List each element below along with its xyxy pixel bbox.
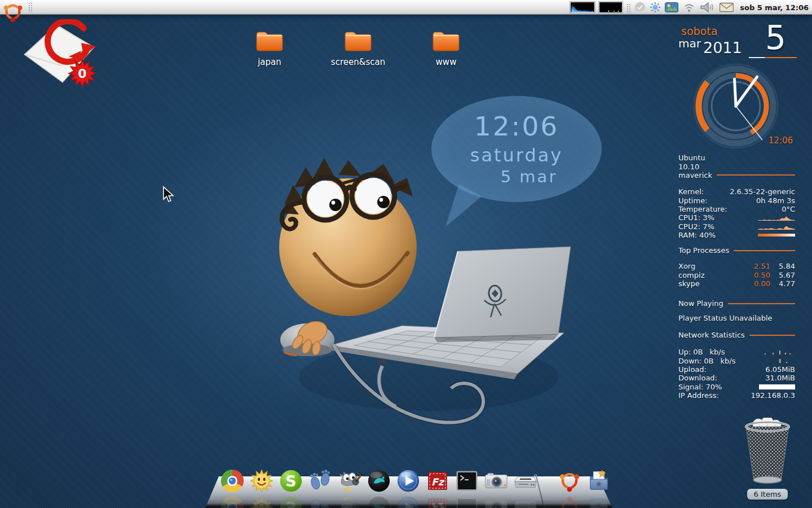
conky-processes-header: Top Processes bbox=[678, 246, 795, 255]
conky-year: 2011 bbox=[703, 39, 742, 56]
dock-item-scanner[interactable] bbox=[513, 468, 538, 493]
ubuntu-icon-reflection bbox=[557, 495, 582, 508]
folder-label: screen&scan bbox=[321, 57, 395, 67]
favorites-folder-icon-reflection bbox=[586, 495, 611, 508]
ram-bar bbox=[758, 234, 795, 237]
date-underline-white bbox=[749, 57, 765, 58]
chrome-icon-reflection bbox=[220, 495, 245, 508]
cpu-monitor-applet[interactable] bbox=[570, 2, 595, 13]
dock-item-camera[interactable] bbox=[484, 468, 509, 493]
conky-weekday: sobota bbox=[681, 25, 717, 37]
conky-network: Up: 0Bkb/s Down: 0Bkb/s Upload:6.05MiB D… bbox=[678, 348, 795, 400]
dock-item-media-player[interactable] bbox=[396, 468, 421, 493]
dock-item-favorites-folder[interactable] bbox=[586, 468, 611, 493]
mouse-cursor bbox=[162, 186, 175, 203]
conky-processes: Xorg2.515.84 compiz0.505.67 skype0.004.7… bbox=[678, 262, 795, 288]
conky-month: mar bbox=[678, 37, 701, 50]
smiling-sun-icon-reflection bbox=[249, 495, 274, 508]
conky-system-monitor: sobota mar 2011 5 12:06 Ubuntu 10.10 mav… bbox=[678, 25, 795, 404]
terminal-icon-reflection bbox=[454, 495, 479, 508]
filezilla-icon: Fz bbox=[425, 468, 450, 493]
svg-text:Fz: Fz bbox=[431, 476, 445, 488]
trash-count-label: 6 Items bbox=[747, 489, 788, 500]
skype-icon: S bbox=[279, 468, 303, 493]
camera-icon bbox=[484, 468, 509, 493]
dock-item-ubuntu[interactable] bbox=[557, 468, 582, 493]
dock-item-skype[interactable]: S S bbox=[279, 468, 303, 493]
folder-screen-scan[interactable]: screen&scan bbox=[321, 29, 395, 67]
ubuntu-menu-logo[interactable] bbox=[1, 0, 25, 24]
svg-text:0: 0 bbox=[78, 67, 86, 81]
volume-icon[interactable] bbox=[700, 2, 716, 13]
conky-sysinfo: Kernel:2.6.35-22-generic Uptime:0h 48m 3… bbox=[678, 187, 795, 239]
trash-bin[interactable]: 6 Items bbox=[736, 418, 798, 500]
skype-icon-reflection: S bbox=[279, 495, 303, 508]
svg-text:S: S bbox=[285, 498, 296, 508]
dock-item-black-orb[interactable] bbox=[367, 468, 391, 493]
panel-drag-handle[interactable] bbox=[626, 3, 630, 14]
conky-network-header: Network Statistics bbox=[678, 331, 795, 339]
scanner-icon bbox=[513, 468, 538, 493]
up-graph bbox=[758, 349, 795, 355]
folder-label: www bbox=[409, 57, 483, 67]
black-orb-app-icon-reflection bbox=[367, 495, 391, 508]
bubble-date: 5 mar bbox=[431, 167, 602, 186]
speech-bubble: 12:06 saturday 5 mar bbox=[431, 96, 602, 202]
signal-bar bbox=[759, 384, 795, 389]
conky-nowplaying-header: Now Playing bbox=[678, 299, 795, 308]
cpu2-graph bbox=[758, 224, 795, 230]
trash-icon bbox=[740, 418, 795, 485]
dock-item-chrome[interactable] bbox=[220, 468, 245, 493]
chrome-icon bbox=[220, 468, 245, 493]
wallpaper-character bbox=[259, 151, 598, 467]
smiling-sun-icon bbox=[249, 468, 274, 493]
folder-label: japan bbox=[233, 57, 306, 67]
favorites-folder-icon bbox=[586, 468, 611, 493]
network-monitor-applet[interactable] bbox=[599, 2, 623, 13]
terminal-icon bbox=[454, 468, 479, 493]
folder-japan[interactable]: japan bbox=[233, 29, 306, 67]
check-status-icon[interactable] bbox=[634, 2, 646, 13]
conky-player-status: Player Status Unavailable bbox=[678, 314, 795, 322]
dock-item-terminal[interactable] bbox=[454, 468, 479, 493]
conky-distro: Ubuntu 10.10 maverick bbox=[678, 154, 795, 179]
folder-www[interactable]: www bbox=[409, 29, 483, 67]
ubuntu-icon bbox=[557, 468, 582, 493]
filezilla-icon-reflection: Fz bbox=[425, 495, 450, 508]
svg-text:S: S bbox=[285, 472, 296, 490]
dock-item-smiling-sun[interactable] bbox=[249, 468, 274, 493]
gimp-icon-reflection bbox=[337, 495, 362, 508]
conky-clock-time: 12:06 bbox=[769, 135, 793, 146]
scanner-icon-reflection bbox=[513, 495, 538, 508]
panel-clock[interactable]: sob 5 mar, 12:06 bbox=[738, 3, 809, 12]
media-player-icon-reflection bbox=[396, 495, 421, 508]
mail-envelope-icon[interactable] bbox=[720, 2, 734, 12]
bubble-time: 12:06 bbox=[431, 111, 602, 142]
wifi-signal-icon[interactable] bbox=[682, 2, 696, 13]
folder-icon bbox=[255, 29, 284, 52]
date-underline-orange bbox=[765, 57, 797, 58]
folder-icon bbox=[343, 29, 373, 52]
black-orb-app-icon bbox=[367, 468, 391, 493]
wallpaper-photo-icon[interactable] bbox=[665, 2, 678, 13]
footprints-icon bbox=[308, 468, 333, 493]
camera-icon-reflection bbox=[484, 495, 509, 508]
bubble-day: saturday bbox=[431, 144, 602, 166]
dock-item-gimp[interactable] bbox=[337, 468, 362, 493]
gimp-icon bbox=[337, 468, 362, 493]
folder-icon bbox=[431, 29, 461, 52]
brightness-sun-icon[interactable] bbox=[650, 2, 661, 13]
analog-clock bbox=[691, 61, 781, 151]
top-panel: sob 5 mar, 12:06 bbox=[0, 0, 812, 15]
svg-text:Fz: Fz bbox=[431, 501, 445, 508]
desktop: 12:06 saturday 5 mar 0 bbox=[0, 0, 812, 508]
cpu1-graph bbox=[758, 214, 795, 221]
mail-checker-widget[interactable]: 0 bbox=[20, 19, 100, 96]
panel-drag-handle[interactable] bbox=[28, 2, 32, 12]
down-graph bbox=[758, 358, 795, 364]
dock-item-filezilla[interactable]: Fz Fz bbox=[425, 468, 450, 493]
dock: S S bbox=[203, 466, 615, 508]
conky-day: 5 bbox=[765, 21, 786, 54]
dock-item-footprints[interactable] bbox=[308, 468, 333, 493]
media-player-icon bbox=[396, 468, 421, 493]
